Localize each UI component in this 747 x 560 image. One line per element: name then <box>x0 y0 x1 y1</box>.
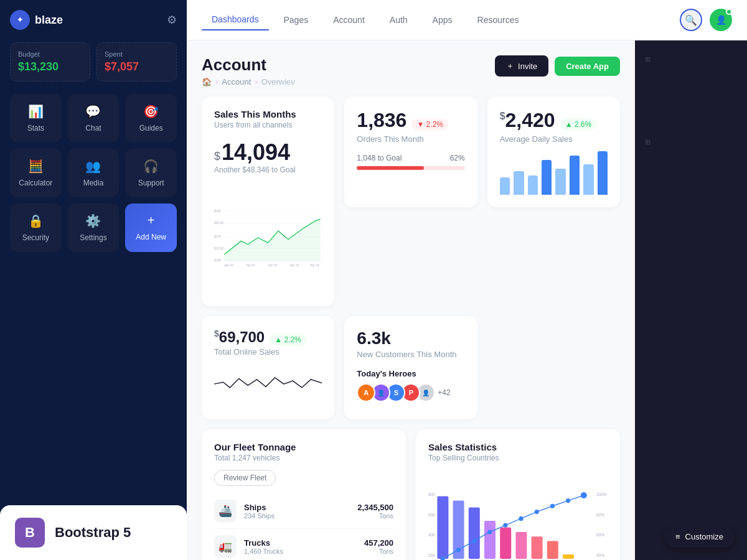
content: Account 🏠 › Account › Overwiev ＋ Invite … <box>187 40 747 560</box>
invite-button[interactable]: ＋ Invite <box>495 55 548 77</box>
svg-point-34 <box>456 548 461 552</box>
online-indicator <box>726 9 732 15</box>
total-online-top: $69,700 ▲ 2.2% <box>214 329 322 346</box>
customize-label: Customize <box>685 532 723 541</box>
sidebar: ✦ blaze ⚙ Budget $13,230 Spent $7,057 📊 … <box>0 0 187 560</box>
svg-text:$20.5K: $20.5K <box>214 222 224 225</box>
review-fleet-button[interactable]: Review Fleet <box>214 470 276 486</box>
sidebar-item-settings[interactable]: ⚙️ Settings <box>68 203 120 252</box>
total-online-badge: ▲ 2.2% <box>270 334 306 345</box>
svg-text:Apr 04: Apr 04 <box>224 264 233 267</box>
svg-rect-26 <box>469 507 480 559</box>
sales-sub-text: Another $48,346 to Goal <box>214 166 322 174</box>
panel-icon-2: ⊞ <box>645 138 737 146</box>
tab-pages[interactable]: Pages <box>274 10 319 30</box>
bar-7 <box>583 164 593 195</box>
sales-line-chart: $24K $20.5K $17K $13.5K $10K <box>214 182 322 294</box>
svg-text:60%: 60% <box>596 533 604 537</box>
sidebar-item-security[interactable]: 🔒 Security <box>10 203 62 252</box>
sidebar-item-stats[interactable]: 📊 Stats <box>10 94 62 142</box>
sales-month-title: Sales This Months <box>214 109 322 119</box>
right-panel: ⊞ ⊞ <box>635 40 747 560</box>
customers-value: 6.3k <box>357 329 464 348</box>
heroes-title: Today's Heroes <box>357 369 464 378</box>
sales-stats-title: Sales Statistics <box>428 442 608 452</box>
logo-icon: ✦ <box>10 10 30 30</box>
sales-stats-card: Sales Statistics Top Selling Countries 8… <box>416 429 620 560</box>
daily-sales-top: $2,420 ▲ 2.6% <box>500 109 608 133</box>
bar-2 <box>514 171 524 195</box>
svg-rect-31 <box>547 541 558 559</box>
topnav: Dashboards Pages Account Auth Apps Resou… <box>187 0 747 40</box>
logo-area: ✦ blaze <box>10 10 63 30</box>
ships-amount: 2,345,500 Tons <box>357 503 393 520</box>
ships-unit: Tons <box>357 512 393 520</box>
menu-icon[interactable]: ⚙ <box>167 13 177 27</box>
bar-1 <box>500 177 510 195</box>
guides-label: Guides <box>139 124 163 133</box>
svg-text:$10K: $10K <box>214 259 222 262</box>
daily-sales-chart <box>500 151 608 195</box>
customize-button[interactable]: ≡ Customize <box>664 526 735 548</box>
user-avatar[interactable]: 👤 <box>710 9 732 31</box>
svg-rect-28 <box>500 528 511 559</box>
sidebar-item-media[interactable]: 👥 Media <box>68 149 120 197</box>
breadcrumb-home[interactable]: 🏠 <box>202 77 212 86</box>
svg-point-35 <box>472 539 476 543</box>
page-title: Account <box>202 55 295 75</box>
new-customers-card: 6.3k New Customers This Month Today's He… <box>344 316 477 419</box>
fleet-card: Our Fleet Tonnage Total 1,247 vehicles R… <box>202 429 406 560</box>
svg-text:$24K: $24K <box>214 210 222 213</box>
placeholder-col <box>487 316 620 419</box>
sidebar-item-add-new[interactable]: + Add New <box>125 203 177 252</box>
chat-icon: 💬 <box>85 104 101 119</box>
sales-month-sub: Users from all channels <box>214 121 322 129</box>
trucks-info: Trucks 1,460 Trucks <box>244 538 364 555</box>
sidebar-item-support[interactable]: 🎧 Support <box>125 149 177 197</box>
sales-big-row: $ 14,094 <box>214 139 322 166</box>
tab-account[interactable]: Account <box>323 10 375 30</box>
svg-point-42 <box>581 492 587 498</box>
bar-5 <box>555 169 565 195</box>
svg-text:200: 200 <box>428 553 435 558</box>
progress-labels: 1,048 to Goal 62% <box>357 154 464 162</box>
sales-currency: $ <box>214 150 220 163</box>
sidebar-item-guides[interactable]: 🎯 Guides <box>125 94 177 142</box>
invite-label: Invite <box>518 62 537 71</box>
security-label: Security <box>22 233 49 242</box>
sidebar-item-chat[interactable]: 💬 Chat <box>68 94 120 142</box>
tab-auth[interactable]: Auth <box>380 10 418 30</box>
breadcrumb-account[interactable]: Account <box>222 77 251 86</box>
total-online-value: $69,700 <box>214 329 265 346</box>
ships-icon: 🚢 <box>214 500 237 522</box>
guides-icon: 🎯 <box>143 104 159 119</box>
tab-apps[interactable]: Apps <box>423 10 463 30</box>
svg-text:Apr 13: Apr 13 <box>290 264 299 267</box>
svg-text:800: 800 <box>428 492 435 497</box>
svg-point-36 <box>487 530 492 534</box>
orders-card: 1,836 ▼ 2.2% Orders This Month 1,048 to … <box>344 96 477 207</box>
sidebar-item-calculator[interactable]: 🧮 Calculator <box>10 149 62 197</box>
create-app-button[interactable]: Create App <box>555 57 620 76</box>
ships-value: 2,345,500 <box>357 503 393 512</box>
daily-sales-label: Average Daily Sales <box>500 134 608 144</box>
budget-cards: Budget $13,230 Spent $7,057 <box>10 42 177 82</box>
sales-stats-sub: Top Selling Countries <box>428 454 608 462</box>
svg-text:$13.5K: $13.5K <box>214 247 224 250</box>
media-icon: 👥 <box>85 159 101 174</box>
progress-text: 1,048 to Goal <box>357 154 402 162</box>
budget-label: Budget <box>18 50 82 58</box>
tab-dashboards[interactable]: Dashboards <box>202 9 269 30</box>
stats-row-1: 1,836 ▼ 2.2% Orders This Month 1,048 to … <box>202 96 620 306</box>
daily-sales-card: $2,420 ▲ 2.6% Average Daily Sales <box>487 96 620 207</box>
svg-text:Apr 07: Apr 07 <box>246 264 255 267</box>
tab-resources[interactable]: Resources <box>467 10 529 30</box>
ships-info: Ships 234 Ships <box>244 503 357 520</box>
svg-text:Apr 16: Apr 16 <box>310 264 319 267</box>
hero-extra-count: +42 <box>438 388 450 397</box>
trucks-name: Trucks <box>244 538 364 548</box>
search-button[interactable]: 🔍 <box>680 9 702 31</box>
fleet-item-trucks: 🚛 Trucks 1,460 Trucks 457,200 Tons <box>214 529 393 560</box>
logo-text: blaze <box>35 14 63 27</box>
spent-amount: $7,057 <box>105 60 169 73</box>
